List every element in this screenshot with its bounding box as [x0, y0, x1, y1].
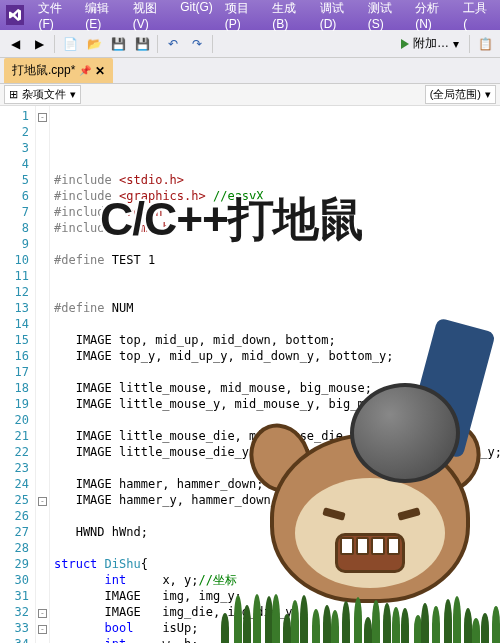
- tab-title: 打地鼠.cpp*: [12, 62, 75, 79]
- fold-gutter: ------: [36, 106, 50, 643]
- run-attach-button[interactable]: 附加… ▾: [395, 33, 465, 55]
- fold-toggle[interactable]: -: [38, 113, 47, 122]
- code-line[interactable]: [54, 268, 500, 284]
- code-line[interactable]: [54, 284, 500, 300]
- run-label: 附加…: [413, 35, 449, 52]
- config-button[interactable]: 📋: [474, 33, 496, 55]
- code-area[interactable]: C/C++打地鼠 #include <stdio.h>#include <gra…: [50, 106, 500, 643]
- menu-item[interactable]: 测试(S): [362, 0, 409, 31]
- titlebar: 文件(F)编辑(E)视图(V)Git(G)项目(P)生成(B)调试(D)测试(S…: [0, 0, 500, 30]
- fold-toggle[interactable]: -: [38, 497, 47, 506]
- menu-item[interactable]: Git(G): [174, 0, 219, 31]
- cartoon-overlay: [220, 323, 500, 643]
- code-nav-bar: ⊞ 杂项文件 ▾ (全局范围) ▾: [0, 84, 500, 106]
- play-icon: [401, 39, 409, 49]
- fold-toggle[interactable]: -: [38, 625, 47, 634]
- redo-button[interactable]: ↷: [186, 33, 208, 55]
- overlay-title: C/C++打地鼠: [100, 211, 363, 227]
- menu-item[interactable]: 视图(V): [127, 0, 174, 31]
- open-button[interactable]: 📂: [83, 33, 105, 55]
- mouse-teeth-icon: [340, 537, 400, 555]
- new-file-button[interactable]: 📄: [59, 33, 81, 55]
- menu-item[interactable]: 编辑(E): [79, 0, 126, 31]
- code-line[interactable]: #define TEST 1: [54, 252, 500, 268]
- project-dropdown[interactable]: ⊞ 杂项文件 ▾: [4, 85, 81, 104]
- save-all-button[interactable]: 💾: [131, 33, 153, 55]
- fold-toggle[interactable]: -: [38, 609, 47, 618]
- menu-item[interactable]: 分析(N): [409, 0, 457, 31]
- menu-item[interactable]: 生成(B): [266, 0, 313, 31]
- menu-bar: 文件(F)编辑(E)视图(V)Git(G)项目(P)生成(B)调试(D)测试(S…: [32, 0, 494, 31]
- code-line[interactable]: #define NUM: [54, 300, 500, 316]
- code-line[interactable]: #include <stdio.h>: [54, 172, 500, 188]
- nav-back-button[interactable]: ◀: [4, 33, 26, 55]
- line-number-gutter: 1234567891011121314151617181920212223242…: [0, 106, 36, 643]
- hammer-head-icon: [350, 383, 460, 483]
- close-icon[interactable]: ✕: [95, 64, 105, 78]
- scope-dropdown[interactable]: (全局范围) ▾: [425, 85, 496, 104]
- vs-logo-icon: [6, 5, 24, 25]
- grass-icon: [220, 593, 500, 643]
- chevron-down-icon: ▾: [453, 37, 459, 51]
- menu-item[interactable]: 调试(D): [314, 0, 362, 31]
- chevron-down-icon: ▾: [70, 88, 76, 101]
- menu-item[interactable]: 文件(F): [32, 0, 79, 31]
- chevron-down-icon: ▾: [485, 88, 491, 101]
- menu-item[interactable]: 工具(: [457, 0, 494, 31]
- save-button[interactable]: 💾: [107, 33, 129, 55]
- undo-button[interactable]: ↶: [162, 33, 184, 55]
- tab-active[interactable]: 打地鼠.cpp* 📌 ✕: [4, 58, 113, 83]
- project-icon: ⊞: [9, 88, 18, 101]
- pin-icon[interactable]: 📌: [79, 65, 91, 76]
- code-editor[interactable]: 1234567891011121314151617181920212223242…: [0, 106, 500, 643]
- nav-fwd-button[interactable]: ▶: [28, 33, 50, 55]
- toolbar: ◀ ▶ 📄 📂 💾 💾 ↶ ↷ 附加… ▾ 📋: [0, 30, 500, 58]
- menu-item[interactable]: 项目(P): [219, 0, 266, 31]
- tab-bar: 打地鼠.cpp* 📌 ✕: [0, 58, 500, 84]
